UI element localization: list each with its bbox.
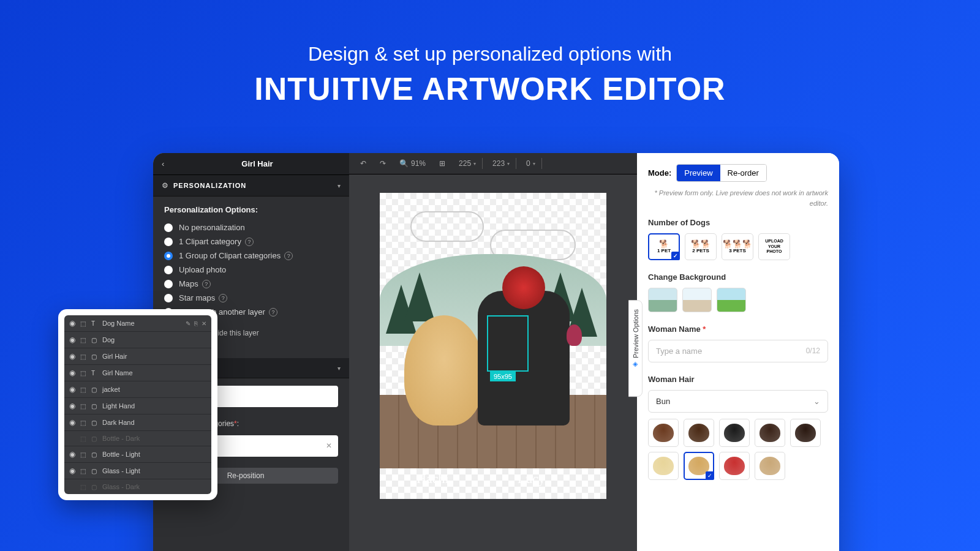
change-background-label: Change Background: [648, 272, 828, 282]
hair-swatch[interactable]: [719, 419, 750, 447]
preview-options-tab[interactable]: ◈ Preview Options: [628, 300, 643, 397]
visibility-icon[interactable]: ◉: [69, 319, 80, 328]
background-swatch[interactable]: [682, 288, 712, 312]
lock-icon[interactable]: ⬚: [80, 320, 91, 327]
mode-toggle: Preview Re-order: [676, 164, 767, 182]
edit-icon[interactable]: ✎: [186, 320, 190, 327]
mode-reorder-button[interactable]: Re-order: [720, 165, 766, 181]
personalization-section-header[interactable]: ⚙ PERSONALIZATION ▾: [153, 175, 349, 197]
layer-row[interactable]: ◉⬚▢Girl Hair: [64, 348, 211, 365]
lock-icon[interactable]: ⬚: [80, 484, 91, 490]
grid-icon[interactable]: ⊞: [435, 158, 449, 169]
personalization-radio[interactable]: Star maps?: [164, 291, 338, 305]
help-icon[interactable]: ?: [202, 280, 211, 288]
zoom-display[interactable]: 🔍 91%: [396, 158, 429, 169]
dog-icon: 🐕🐕🐕: [723, 240, 752, 248]
clear-icon[interactable]: ✕: [326, 441, 332, 450]
close-icon[interactable]: ✕: [202, 320, 206, 327]
radio-label: 1 Clipart category: [179, 237, 241, 246]
layer-type-icon: T: [91, 370, 102, 377]
visibility-icon[interactable]: ◉: [69, 402, 80, 410]
layer-row[interactable]: ◉⬚▢Dog: [64, 332, 211, 348]
hair-swatch[interactable]: [648, 419, 679, 447]
layer-row[interactable]: ◉⬚TDog Name✎⎘✕: [64, 315, 211, 332]
pet-count-swatch[interactable]: 🐕🐕2 PETS: [685, 233, 717, 260]
lock-icon[interactable]: ⬚: [80, 451, 91, 458]
hair-swatch[interactable]: [755, 419, 785, 447]
duplicate-icon[interactable]: ⎘: [194, 320, 198, 327]
help-icon[interactable]: ?: [245, 238, 254, 246]
dog-illustration[interactable]: [404, 315, 484, 425]
layer-row[interactable]: ⬚▢Glass - Dark: [64, 479, 211, 494]
woman-hair-select[interactable]: Bun ⌄: [648, 390, 828, 413]
background-swatch[interactable]: [648, 288, 677, 312]
visibility-icon[interactable]: ◉: [69, 369, 80, 377]
personalization-radio[interactable]: No personalization: [164, 220, 338, 234]
hair-illustration: [502, 266, 545, 309]
layer-row[interactable]: ◉⬚▢Dark Hand: [64, 414, 211, 431]
width-input[interactable]: 225 ▾: [455, 158, 483, 169]
artboard[interactable]: 95x95 Hachi Lucy: [380, 193, 606, 499]
visibility-icon[interactable]: ◉: [69, 450, 80, 459]
hair-bun-icon: [653, 457, 674, 475]
woman-name-input[interactable]: Type a name 0/12: [648, 340, 828, 362]
number-of-dogs-label: Number of Dogs: [648, 218, 828, 227]
background-swatch[interactable]: [717, 288, 746, 312]
help-icon[interactable]: ?: [284, 252, 293, 260]
layer-row[interactable]: ◉⬚▢Bottle - Light: [64, 446, 211, 463]
hair-swatch[interactable]: [684, 419, 714, 447]
hair-swatch[interactable]: [790, 419, 821, 447]
selection-box[interactable]: [487, 315, 529, 372]
preview-sidebar: Mode: Preview Re-order * Preview form on…: [637, 153, 839, 551]
personalization-radio[interactable]: Maps?: [164, 277, 338, 291]
hair-swatch[interactable]: [648, 452, 679, 480]
lock-icon[interactable]: ⬚: [80, 370, 91, 377]
hair-bun-icon: [795, 424, 816, 442]
pet-count-swatch[interactable]: 🐕1 PET✓: [648, 233, 680, 260]
personalization-radio[interactable]: 1 Group of Clipart categories?: [164, 249, 338, 263]
layer-row[interactable]: ◉⬚TGirl Name: [64, 365, 211, 381]
visibility-icon[interactable]: ◉: [69, 335, 80, 344]
hair-swatch[interactable]: [755, 452, 785, 480]
help-icon[interactable]: ?: [219, 294, 227, 302]
layer-name: jacket: [102, 386, 206, 393]
layer-row[interactable]: ◉⬚▢Glass - Light: [64, 463, 211, 479]
pet-count-swatch[interactable]: 🐕🐕🐕3 PETS: [722, 233, 753, 260]
redo-icon[interactable]: ↷: [376, 158, 390, 169]
help-icon[interactable]: ?: [269, 308, 277, 317]
hair-swatch[interactable]: ✓: [684, 452, 714, 480]
diamond-icon: ◈: [631, 360, 639, 368]
visibility-icon[interactable]: ◉: [69, 467, 80, 475]
layer-name: Glass - Light: [102, 467, 206, 474]
artwork-name-2: Lucy: [518, 471, 545, 487]
back-icon[interactable]: ‹: [162, 159, 174, 168]
layer-row[interactable]: ⬚▢Bottle - Dark: [64, 431, 211, 446]
lock-icon[interactable]: ⬚: [80, 386, 91, 393]
canvas[interactable]: 95x95 Hachi Lucy: [349, 174, 637, 551]
mode-preview-button[interactable]: Preview: [677, 165, 720, 181]
personalization-radio[interactable]: Upload photo: [164, 263, 338, 277]
layer-row[interactable]: ◉⬚▢jacket: [64, 381, 211, 398]
lock-icon[interactable]: ⬚: [80, 435, 91, 442]
lock-icon[interactable]: ⬚: [80, 353, 91, 360]
layer-type-icon: ▢: [91, 468, 102, 474]
chevron-down-icon: ⌄: [813, 397, 820, 406]
visibility-icon[interactable]: ◉: [69, 352, 80, 361]
upload-photo-swatch[interactable]: UPLOAD YOUR PHOTO: [758, 233, 790, 260]
undo-icon[interactable]: ↶: [356, 158, 370, 169]
layer-name: Dark Hand: [102, 419, 206, 426]
personalization-radio[interactable]: 1 Clipart category?: [164, 234, 338, 249]
visibility-icon[interactable]: ◉: [69, 385, 80, 394]
layer-row[interactable]: ◉⬚▢Light Hand: [64, 398, 211, 414]
section-label: PERSONALIZATION: [173, 182, 337, 189]
lock-icon[interactable]: ⬚: [80, 403, 91, 410]
options-heading: Personalization Options:: [164, 205, 338, 214]
lock-icon[interactable]: ⬚: [80, 468, 91, 474]
rotation-input[interactable]: 0 ▾: [522, 158, 542, 169]
lock-icon[interactable]: ⬚: [80, 337, 91, 343]
visibility-icon[interactable]: ◉: [69, 418, 80, 427]
layer-type-icon: ▢: [91, 484, 102, 490]
lock-icon[interactable]: ⬚: [80, 419, 91, 426]
height-input[interactable]: 223 ▾: [489, 158, 516, 169]
hair-swatch[interactable]: [719, 452, 750, 480]
